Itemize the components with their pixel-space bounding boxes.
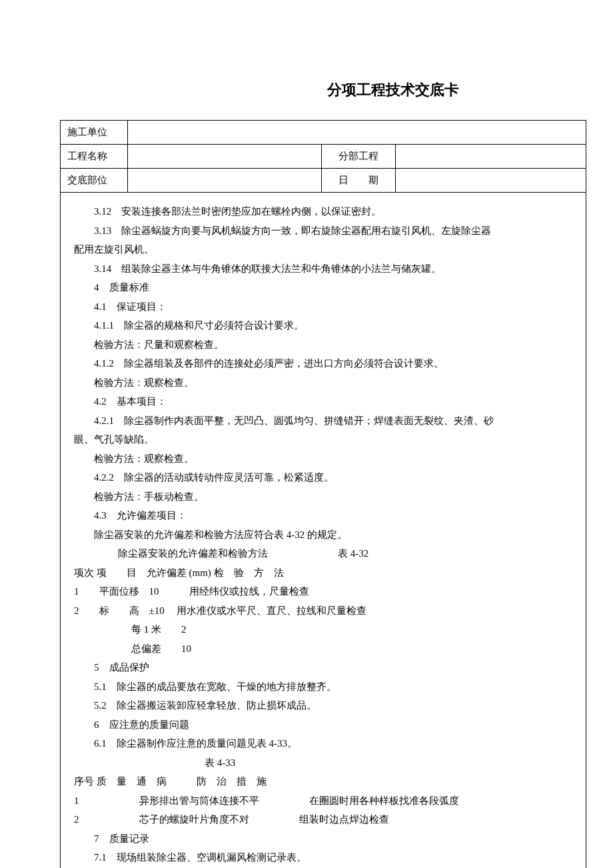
line-4-2-1b: 眼、气孔等缺陷。 [71, 430, 575, 449]
line-6: 6 应注意的质量问题 [71, 715, 575, 735]
form-table: 施工单位 工程名称 分部工程 交底部位 日 期 3.12 安装连接各部法兰时密闭… [60, 120, 586, 868]
table-4-32-row1: 1 平面位移 10 用经纬仪或拉线，尺量检查 [71, 582, 575, 601]
table-4-32-header: 项次 项 目 允许偏差 (mm) 检 验 方 法 [71, 563, 575, 583]
table-4-32-row2: 2 标 高 ±10 用水准仪或水平尺、直尺、拉线和尺量检查 [71, 601, 575, 621]
table-4-32-row4: 总偏差 10 [71, 639, 575, 659]
table-4-33-title: 表 4-33 [71, 753, 575, 773]
line-4-1-2: 4.1.2 除尘器组装及各部件的连接处必须严密，进出口方向必须符合设计要求。 [71, 354, 575, 373]
table-4-33-row2: 2 芯子的螺旋叶片角度不对 组装时边点焊边检查 [71, 810, 575, 829]
value-subdivision [396, 145, 586, 169]
value-construction-unit [128, 121, 586, 145]
row-construction-unit: 施工单位 [61, 121, 586, 145]
page-title: 分项工程技术交底卡 [200, 80, 586, 100]
label-project-name: 工程名称 [61, 145, 128, 169]
line-4-1: 4.1 保证项目： [71, 297, 575, 317]
line-7-1: 7.1 现场组装除尘器、空调机漏风检测记录表。 [71, 848, 575, 867]
value-date [396, 169, 586, 193]
line-5: 5 成品保护 [71, 658, 575, 677]
line-3-14: 3.14 组装除尘器主体与牛角锥体的联接大法兰和牛角锥体的小法兰与储灰罐。 [71, 259, 575, 279]
line-7: 7 质量记录 [71, 829, 575, 849]
table-4-33-row1: 1 异形排出管与筒体连接不平 在圈圆时用各种样板找准各段弧度 [71, 791, 575, 811]
line-4-2-1: 4.2.1 除尘器制作内表面平整，无凹凸、圆弧均匀、拼缝错开；焊缝表面无裂纹、夹… [71, 411, 575, 431]
line-4: 4 质量标准 [71, 278, 575, 297]
row-body: 3.12 安装连接各部法兰时密闭垫应加在螺栓内侧，以保证密封。 3.13 除尘器… [61, 193, 586, 869]
line-5-2: 5.2 除尘器搬运装卸应轻拿轻放、防止损坏成品。 [71, 696, 575, 715]
label-date: 日 期 [322, 169, 396, 193]
line-4-2: 4.2 基本项目： [71, 392, 575, 411]
label-disclosure-part: 交底部位 [61, 169, 128, 193]
table-4-32-row3: 每 1 米 2 [71, 620, 575, 639]
row-project-name: 工程名称 分部工程 [61, 145, 586, 169]
line-3-13: 3.13 除尘器蜗旋方向要与风机蜗旋方向一致，即右旋除尘器配用右旋引风机、左旋除… [71, 221, 575, 241]
value-project-name [128, 145, 322, 169]
line-4-3: 4.3 允许偏差项目： [71, 506, 575, 525]
line-4-3-desc: 除尘器安装的允许偏差和检验方法应符合表 4-32 的规定。 [71, 525, 575, 545]
value-disclosure-part [128, 169, 322, 193]
content-cell: 3.12 安装连接各部法兰时密闭垫应加在螺栓内侧，以保证密封。 3.13 除尘器… [61, 193, 586, 869]
line-check-4: 检验方法：手板动检查。 [71, 487, 575, 507]
line-6-1: 6.1 除尘器制作应注意的质量问题见表 4-33。 [71, 734, 575, 753]
table-4-32-title: 除尘器安装的允许偏差和检验方法 表 4-32 [71, 544, 575, 563]
row-disclosure-part: 交底部位 日 期 [61, 169, 586, 193]
line-4-2-2: 4.2.2 除尘器的活动或转动件应灵活可靠，松紧适度。 [71, 468, 575, 487]
label-construction-unit: 施工单位 [61, 121, 128, 145]
line-4-1-1: 4.1.1 除尘器的规格和尺寸必须符合设计要求。 [71, 316, 575, 335]
table-4-33-header: 序号 质 量 通 病 防 治 措 施 [71, 772, 575, 791]
label-subdivision: 分部工程 [322, 145, 396, 169]
line-3-13b: 配用左旋引风机。 [71, 240, 575, 259]
line-check-3: 检验方法：观察检查。 [71, 449, 575, 469]
line-3-12: 3.12 安装连接各部法兰时密闭垫应加在螺栓内侧，以保证密封。 [71, 202, 575, 221]
line-5-1: 5.1 除尘器的成品要放在宽敞、干燥的地方排放整齐。 [71, 677, 575, 697]
line-check-1: 检验方法：尺量和观察检查。 [71, 335, 575, 355]
line-check-2: 检验方法：观察检查。 [71, 373, 575, 393]
document-page: 分项工程技术交底卡 施工单位 工程名称 分部工程 交底部位 日 期 3.12 安… [0, 0, 613, 868]
